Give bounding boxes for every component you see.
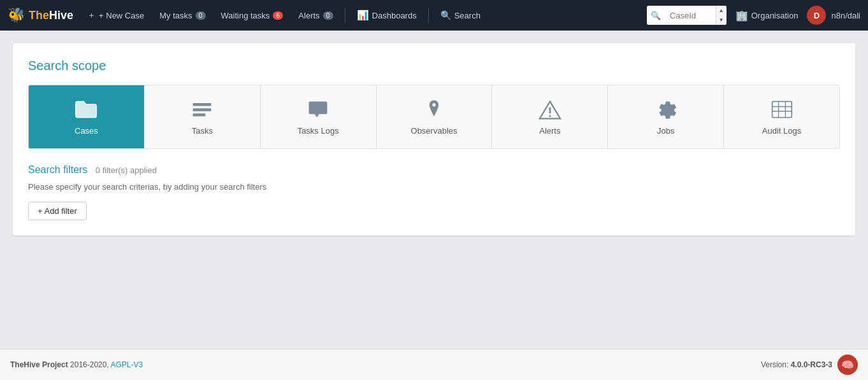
search-scope-title: Search scope — [28, 59, 840, 73]
comment-icon — [307, 98, 329, 121]
spin-buttons: ▲ ▼ — [716, 6, 727, 25]
user-name: n8n/dali — [831, 11, 860, 20]
scope-tile-cases[interactable]: Cases — [29, 85, 145, 148]
dashboards-button[interactable]: 📊 Dashboards — [351, 6, 423, 25]
caseid-input[interactable] — [665, 6, 716, 25]
scope-tile-observables[interactable]: Observables — [377, 85, 493, 148]
svg-rect-2 — [193, 113, 206, 116]
gear-icon — [655, 98, 677, 121]
search-card: Search scope Cases Tasks — [13, 43, 855, 236]
dashboards-label: Dashboards — [372, 11, 417, 20]
filters-header: Search filters 0 filter(s) applied — [28, 164, 840, 176]
svg-rect-6 — [772, 101, 792, 117]
jobs-tile-label: Jobs — [657, 126, 674, 136]
footer-project: TheHive Project 2016-2020, AGPL-V3 — [10, 360, 143, 369]
footer-years: 2016-2020, — [70, 360, 109, 369]
observables-tile-label: Observables — [411, 126, 458, 136]
add-filter-button[interactable]: + Add filter — [28, 202, 87, 220]
footer-version-label: Version: — [761, 360, 788, 369]
search-nav-icon: 🔍 — [440, 10, 451, 20]
cases-tile-label: Cases — [75, 126, 98, 136]
spin-up-button[interactable]: ▲ — [716, 6, 727, 15]
my-tasks-badge: 0 — [196, 11, 206, 20]
footer-project-text: TheHive Project — [10, 360, 68, 369]
alerts-button[interactable]: Alerts 0 — [292, 7, 339, 24]
svg-rect-1 — [193, 108, 212, 111]
folder-icon — [75, 98, 98, 121]
alerts-badge: 0 — [323, 11, 333, 20]
svg-rect-4 — [549, 107, 551, 113]
scope-tile-tasks[interactable]: Tasks — [145, 85, 261, 148]
user-avatar[interactable]: D — [807, 6, 826, 25]
new-case-button[interactable]: ＋ + New Case — [81, 6, 150, 25]
plus-icon: ＋ — [87, 10, 96, 21]
svg-rect-3 — [309, 101, 328, 114]
filters-applied: 0 filter(s) applied — [96, 165, 157, 175]
navbar: 🐝 TheHive ＋ + New Case My tasks 0 Waitin… — [0, 0, 868, 31]
org-label: Organisation — [751, 11, 799, 20]
filters-title: Search filters — [28, 164, 87, 175]
add-filter-label: + Add filter — [38, 206, 77, 216]
svg-rect-0 — [193, 103, 212, 106]
footer-right: Version: 4.0.0-RC3-3 🧠 — [761, 355, 858, 375]
bar-chart-icon: 📊 — [357, 10, 369, 21]
waiting-tasks-button[interactable]: Waiting tasks 6 — [215, 7, 290, 24]
scope-tile-audit-logs[interactable]: Audit Logs — [724, 85, 839, 148]
tasks-tile-label: Tasks — [192, 126, 213, 136]
footer-left: TheHive Project 2016-2020, AGPL-V3 — [10, 360, 143, 369]
warning-icon — [539, 98, 561, 121]
audit-logs-tile-label: Audit Logs — [762, 126, 801, 136]
search-nav-label: Search — [454, 11, 481, 20]
table-icon — [770, 98, 793, 121]
svg-rect-5 — [549, 115, 551, 117]
org-icon: 🏢 — [735, 10, 748, 22]
caseid-search-box: 🔍 ▲ ▼ — [647, 6, 727, 25]
user-initial: D — [814, 11, 820, 20]
tasks-icon — [191, 98, 213, 121]
scope-tile-alerts[interactable]: Alerts — [492, 85, 608, 148]
waiting-tasks-label: Waiting tasks — [221, 11, 270, 20]
scope-tiles-container: Cases Tasks Tasks Logs — [28, 85, 840, 149]
scope-tile-jobs[interactable]: Jobs — [608, 85, 724, 148]
search-nav-button[interactable]: 🔍 Search — [434, 6, 487, 24]
spin-down-button[interactable]: ▼ — [716, 15, 727, 25]
brand-logo[interactable]: 🐝 TheHive — [8, 7, 73, 24]
hive-brain-button[interactable]: 🧠 — [837, 355, 858, 375]
footer-version-text: Version: 4.0.0-RC3-3 — [761, 360, 832, 369]
my-tasks-label: My tasks — [159, 11, 192, 20]
alerts-tile-label: Alerts — [539, 126, 560, 136]
waiting-tasks-badge: 6 — [273, 11, 283, 20]
alerts-label: Alerts — [298, 11, 319, 20]
search-icon: 🔍 — [647, 11, 665, 20]
main-content: Search scope Cases Tasks — [0, 31, 868, 267]
user-section: D n8n/dali — [807, 6, 860, 25]
tasks-logs-tile-label: Tasks Logs — [298, 126, 339, 136]
footer-license-link[interactable]: AGPL-V3 — [110, 360, 143, 369]
bee-icon: 🐝 — [8, 7, 25, 24]
footer: TheHive Project 2016-2020, AGPL-V3 Versi… — [0, 349, 868, 380]
new-case-label: + New Case — [99, 11, 144, 20]
organisation-button[interactable]: 🏢 Organisation — [729, 6, 805, 25]
nav-separator-1 — [345, 8, 345, 23]
scope-tile-tasks-logs[interactable]: Tasks Logs — [261, 85, 377, 148]
filters-hint: Please specify your search criterias, by… — [28, 182, 840, 192]
pin-icon — [423, 98, 445, 121]
footer-version-number: 4.0.0-RC3-3 — [791, 360, 832, 369]
nav-separator-2 — [428, 8, 429, 23]
my-tasks-button[interactable]: My tasks 0 — [153, 7, 212, 24]
brand-name: TheHive — [29, 9, 73, 22]
